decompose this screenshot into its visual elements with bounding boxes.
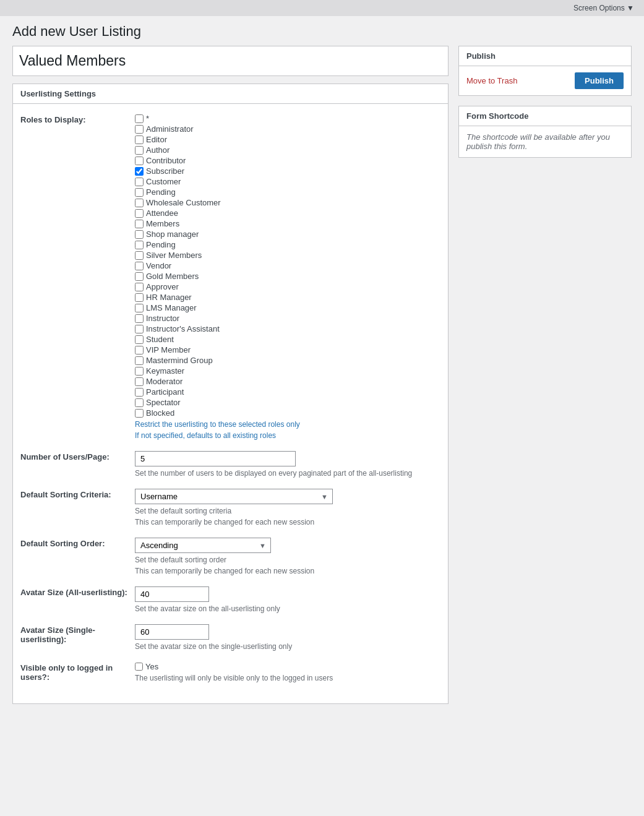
- sorting-criteria-help1: Set the default sorting criteria: [135, 507, 440, 515]
- move-to-trash-link[interactable]: Move to Trash: [466, 76, 517, 85]
- role-subscriber-checkbox[interactable]: [135, 167, 144, 176]
- role-approver-checkbox[interactable]: [135, 283, 144, 291]
- role-wholesale-customer-checkbox[interactable]: [135, 199, 144, 207]
- role-attendee-label[interactable]: Attendee: [146, 208, 178, 218]
- visible-logged-in-label: Visible only to logged in users?:: [20, 662, 135, 682]
- users-per-page-help: Set the number of users to be displayed …: [135, 469, 440, 478]
- sorting-criteria-select-wrap: UsernameEmailFirst NameLast NameRegistra…: [135, 489, 333, 504]
- role-instructors-assistant-label[interactable]: Instructor's Assistant: [146, 324, 220, 333]
- role-administrator-checkbox[interactable]: [135, 125, 144, 134]
- list-item: Participant: [135, 387, 440, 397]
- visible-logged-in-content: Yes The userlisting will only be visible…: [135, 662, 440, 682]
- page-title: Add new User Listing: [0, 16, 644, 46]
- publish-button[interactable]: Publish: [575, 72, 624, 89]
- role-keymaster-label[interactable]: Keymaster: [146, 366, 184, 376]
- role-mastermind-group-checkbox[interactable]: [135, 356, 144, 365]
- role-spectator-checkbox[interactable]: [135, 398, 144, 407]
- list-item: Vendor: [135, 261, 440, 270]
- list-item: Blocked: [135, 408, 440, 418]
- role-approver-label[interactable]: Approver: [146, 282, 179, 291]
- list-item: Pending: [135, 187, 440, 197]
- roles-field-row: Roles to Display: *AdministratorEditorAu…: [20, 114, 440, 440]
- role-mastermind-group-label[interactable]: Mastermind Group: [146, 356, 213, 365]
- yes-label[interactable]: Yes: [145, 662, 158, 671]
- role-shop-manager-label[interactable]: Shop manager: [146, 230, 199, 239]
- role-student-label[interactable]: Student: [146, 335, 174, 344]
- avatar-all-input[interactable]: [135, 586, 209, 602]
- role-blocked-checkbox[interactable]: [135, 409, 144, 418]
- role-contributor-label[interactable]: Contributor: [146, 156, 186, 165]
- role-vendor-checkbox[interactable]: [135, 262, 144, 270]
- settings-box: Userlisting Settings Roles to Display: *…: [12, 84, 449, 704]
- role-shop-manager-checkbox[interactable]: [135, 230, 144, 239]
- role-pending2-label[interactable]: Pending: [146, 240, 176, 249]
- role-vip-member-label[interactable]: VIP Member: [146, 345, 191, 354]
- role-author-checkbox[interactable]: [135, 146, 144, 155]
- sorting-order-select-wrap: AscendingDescending ▼: [135, 538, 271, 553]
- visible-logged-in-checkbox[interactable]: [135, 663, 143, 671]
- role-participant-checkbox[interactable]: [135, 388, 144, 397]
- list-item: Approver: [135, 282, 440, 291]
- role-vendor-label[interactable]: Vendor: [146, 261, 171, 270]
- list-item: VIP Member: [135, 345, 440, 354]
- publish-box-body: Move to Trash Publish: [459, 66, 631, 95]
- role-all-checkbox[interactable]: [135, 114, 144, 123]
- screen-options-button[interactable]: Screen Options ▼: [570, 2, 638, 14]
- list-item: Gold Members: [135, 272, 440, 281]
- role-wholesale-customer-label[interactable]: Wholesale Customer: [146, 198, 221, 207]
- role-customer-checkbox[interactable]: [135, 178, 144, 186]
- role-contributor-checkbox[interactable]: [135, 157, 144, 165]
- role-blocked-label[interactable]: Blocked: [146, 408, 174, 418]
- role-silver-members-label[interactable]: Silver Members: [146, 251, 202, 260]
- role-pending-label[interactable]: Pending: [146, 187, 176, 197]
- role-instructors-assistant-checkbox[interactable]: [135, 325, 144, 333]
- role-author-label[interactable]: Author: [146, 145, 170, 155]
- role-hr-manager-checkbox[interactable]: [135, 293, 144, 302]
- role-all-label[interactable]: *: [146, 114, 149, 123]
- sorting-order-row: Default Sorting Order: AscendingDescendi…: [20, 538, 440, 575]
- sorting-criteria-select[interactable]: UsernameEmailFirst NameLast NameRegistra…: [135, 489, 333, 504]
- listing-title-input[interactable]: [18, 50, 443, 72]
- role-student-checkbox[interactable]: [135, 335, 144, 344]
- role-lms-manager-label[interactable]: LMS Manager: [146, 303, 197, 312]
- role-administrator-label[interactable]: Administrator: [146, 124, 194, 134]
- sorting-order-label: Default Sorting Order:: [20, 538, 135, 548]
- role-instructor-checkbox[interactable]: [135, 314, 144, 323]
- sorting-order-select[interactable]: AscendingDescending: [135, 538, 271, 553]
- role-spectator-label[interactable]: Spectator: [146, 398, 181, 407]
- sorting-criteria-row: Default Sorting Criteria: UsernameEmailF…: [20, 489, 440, 526]
- avatar-single-row: Avatar Size (Single-userlisting): Set th…: [20, 624, 440, 651]
- role-keymaster-checkbox[interactable]: [135, 367, 144, 376]
- role-moderator-checkbox[interactable]: [135, 377, 144, 386]
- list-item: Attendee: [135, 208, 440, 218]
- role-gold-members-label[interactable]: Gold Members: [146, 272, 199, 281]
- role-hr-manager-label[interactable]: HR Manager: [146, 293, 192, 302]
- role-silver-members-checkbox[interactable]: [135, 251, 144, 260]
- left-column: Userlisting Settings Roles to Display: *…: [12, 46, 449, 704]
- role-instructor-label[interactable]: Instructor: [146, 314, 179, 323]
- list-item: Silver Members: [135, 251, 440, 260]
- role-gold-members-checkbox[interactable]: [135, 272, 144, 281]
- role-pending-checkbox[interactable]: [135, 188, 144, 197]
- role-lms-manager-checkbox[interactable]: [135, 304, 144, 312]
- role-editor-label[interactable]: Editor: [146, 135, 167, 144]
- role-participant-label[interactable]: Participant: [146, 387, 184, 397]
- avatar-single-label: Avatar Size (Single-userlisting):: [20, 624, 135, 644]
- settings-box-header: Userlisting Settings: [13, 84, 448, 104]
- shortcode-box: Form Shortcode The shortcode will be ava…: [458, 106, 632, 158]
- role-pending2-checkbox[interactable]: [135, 241, 144, 249]
- role-vip-member-checkbox[interactable]: [135, 346, 144, 354]
- role-moderator-label[interactable]: Moderator: [146, 377, 182, 386]
- users-per-page-input[interactable]: [135, 451, 296, 466]
- role-subscriber-label[interactable]: Subscriber: [146, 166, 184, 176]
- role-editor-checkbox[interactable]: [135, 135, 144, 144]
- role-members-label[interactable]: Members: [146, 219, 179, 228]
- role-members-checkbox[interactable]: [135, 220, 144, 228]
- role-attendee-checkbox[interactable]: [135, 209, 144, 218]
- avatar-single-input[interactable]: [135, 624, 209, 640]
- right-column: Publish Move to Trash Publish Form Short…: [458, 46, 632, 158]
- roles-hint1: Restrict the userlisting to these select…: [135, 420, 440, 429]
- role-customer-label[interactable]: Customer: [146, 177, 181, 186]
- sorting-criteria-label: Default Sorting Criteria:: [20, 489, 135, 499]
- avatar-all-content: Set the avatar size on the all-userlisti…: [135, 586, 440, 613]
